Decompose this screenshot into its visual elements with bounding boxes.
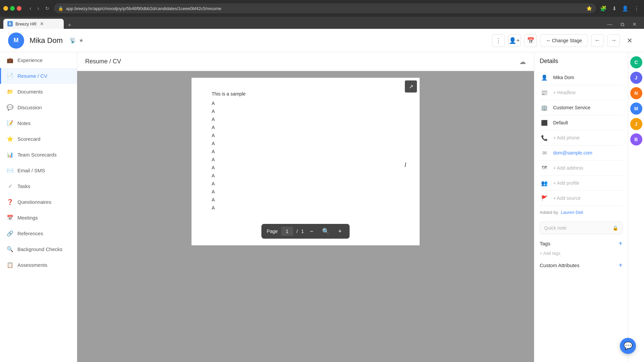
custom-attributes-title: Custom Attributes: [540, 262, 579, 268]
pdf-line-12: A: [212, 189, 399, 194]
pdf-line-10: A: [212, 173, 399, 178]
tags-section: Tags + + Add tags: [540, 240, 623, 256]
tab-close-button[interactable]: ✕: [39, 21, 45, 26]
detail-phone-row[interactable]: 📞 + Add phone: [540, 130, 623, 145]
experience-icon: 💼: [7, 57, 13, 63]
avatar-j2[interactable]: J: [630, 118, 642, 130]
content-title: Resume / CV: [85, 58, 121, 65]
sidebar-item-team-scorecards[interactable]: 📊 Team Scorecards: [0, 147, 77, 163]
rss-icon[interactable]: 📡: [69, 37, 76, 44]
more-options-button[interactable]: ⋮: [492, 34, 505, 47]
tags-add-button[interactable]: +: [619, 240, 623, 247]
close-window-button[interactable]: [17, 6, 21, 11]
detail-source-row[interactable]: 🚩 + Add source: [540, 191, 623, 206]
sidebar-item-notes[interactable]: 📝 Notes: [0, 115, 77, 131]
avatar-m2[interactable]: M: [630, 103, 642, 115]
upload-button[interactable]: ☁: [519, 58, 526, 66]
email-icon: ✉: [540, 148, 549, 158]
person-icon: 👤: [540, 73, 549, 82]
win-close[interactable]: ✕: [628, 20, 641, 29]
detail-email-row: ✉ dom@sample.com: [540, 145, 623, 161]
sidebar-item-meetings[interactable]: 📅 Meetings: [0, 210, 77, 226]
external-link-button[interactable]: ↗: [405, 80, 417, 93]
active-tab[interactable]: B Breezy HR ✕: [3, 19, 64, 29]
sidebar-item-documents[interactable]: 📁 Documents: [0, 84, 77, 100]
profile-button[interactable]: 👤: [621, 4, 630, 13]
pdf-line-3: A: [212, 117, 399, 122]
detail-phone[interactable]: + Add phone: [553, 135, 580, 140]
prev-candidate-button[interactable]: ←: [591, 34, 604, 47]
address-bar[interactable]: 🔒 app.breezy.hr/app/c/moodjoy/p/5b46f90d…: [54, 3, 596, 13]
sidebar-item-experience[interactable]: 💼 Experience: [0, 52, 77, 68]
win-restore[interactable]: ⧉: [616, 20, 628, 29]
quick-note[interactable]: Quick note 🔒: [540, 222, 623, 234]
pdf-wrapper: ↗ This is a sample A A A A A A A A A: [77, 78, 534, 245]
pdf-line-8: A: [212, 157, 399, 162]
next-candidate-button[interactable]: →: [607, 34, 620, 47]
pdf-sample-text: This is a sample: [212, 91, 399, 97]
added-by-value: Lauren Deli: [561, 210, 583, 215]
app: M Mika Dom 📡 ★ ⋮ 👤+ 📅 ↔ Change Stage ← →…: [0, 29, 644, 362]
sidebar-item-email-sms[interactable]: ✉️ Email / SMS: [0, 163, 77, 178]
custom-attributes-add-button[interactable]: +: [619, 261, 623, 269]
detail-company: Customer Service: [553, 105, 590, 110]
avatar-sidebar: C J N M J B: [628, 52, 644, 362]
avatar-j1[interactable]: J: [630, 72, 642, 84]
sidebar-item-assessments[interactable]: 📋 Assessments: [0, 257, 77, 273]
win-minimize[interactable]: —: [603, 20, 616, 29]
address-icon: 🗺: [540, 163, 549, 173]
close-candidate-button[interactable]: ✕: [623, 34, 636, 47]
sidebar-item-tasks[interactable]: ✓ Tasks: [0, 178, 77, 194]
detail-source[interactable]: + Add source: [553, 195, 581, 201]
detail-address[interactable]: + Add address: [553, 165, 583, 171]
menu-button[interactable]: ⋮: [633, 4, 641, 13]
detail-headline-row[interactable]: 📰 + Headline: [540, 85, 623, 100]
detail-email[interactable]: dom@sample.com: [553, 150, 592, 156]
forward-button[interactable]: ›: [35, 4, 41, 13]
notes-icon: 📝: [7, 120, 13, 126]
right-panel: Details 👤 Mika Dom 📰 + Headline 🏢 Custom…: [534, 52, 628, 362]
minimize-button[interactable]: [3, 6, 8, 11]
sidebar-item-discussion[interactable]: 💬 Discussion: [0, 100, 77, 115]
page-controls: Page / 1 − 🔍 +: [261, 224, 350, 239]
zoom-in-button[interactable]: +: [335, 227, 344, 236]
back-button[interactable]: ‹: [28, 4, 33, 13]
avatar-b[interactable]: B: [630, 133, 642, 145]
pdf-line-1: A: [212, 101, 399, 106]
discussion-icon: 💬: [7, 104, 13, 111]
sidebar-item-references[interactable]: 🔗 References: [0, 226, 77, 241]
sidebar-item-scorecard[interactable]: ⭐ Scorecard: [0, 131, 77, 147]
pdf-viewer[interactable]: ↗ This is a sample A A A A A A A A A: [77, 71, 534, 362]
pdf-line-7: A: [212, 149, 399, 154]
star-icon[interactable]: ★: [79, 37, 84, 44]
app-body: 💼 Experience 📄 Resume / CV 📁 Documents 💬…: [0, 52, 644, 362]
change-stage-button[interactable]: ↔ Change Stage: [540, 34, 588, 47]
calendar-button[interactable]: 📅: [524, 34, 537, 47]
sidebar-item-resume-cv[interactable]: 📄 Resume / CV: [0, 68, 77, 84]
extensions-button[interactable]: 🧩: [599, 4, 608, 13]
page-number-input[interactable]: [281, 227, 293, 236]
add-user-button[interactable]: 👤+: [508, 34, 521, 47]
refresh-button[interactable]: ↻: [43, 4, 51, 13]
chat-bubble-button[interactable]: 💬: [620, 338, 636, 354]
zoom-fit-button[interactable]: 🔍: [319, 226, 332, 236]
sidebar-label-references: References: [17, 231, 43, 236]
header-icons: 📡 ★: [69, 37, 84, 44]
detail-profile[interactable]: + Add profile: [553, 180, 579, 186]
detail-headline[interactable]: + Headline: [553, 90, 576, 95]
zoom-out-button[interactable]: −: [307, 227, 316, 236]
download-button[interactable]: ⬇: [611, 4, 618, 13]
documents-icon: 📁: [7, 88, 13, 95]
new-tab-button[interactable]: +: [65, 22, 74, 29]
sidebar-item-background-checks[interactable]: 🔍 Background Checks: [0, 241, 77, 257]
add-tag-text[interactable]: + Add tags: [540, 251, 560, 256]
sidebar-item-questionnaires[interactable]: ❓ Questionnaires: [0, 194, 77, 210]
app-header: M Mika Dom 📡 ★ ⋮ 👤+ 📅 ↔ Change Stage ← →…: [0, 29, 644, 52]
maximize-button[interactable]: [10, 6, 15, 11]
detail-profile-row[interactable]: 👥 + Add profile: [540, 176, 623, 191]
avatar-n[interactable]: N: [630, 87, 642, 99]
detail-address-row[interactable]: 🗺 + Add address: [540, 161, 623, 176]
detail-candidate-name: Mika Dom: [553, 75, 574, 80]
questionnaires-icon: ❓: [7, 199, 13, 205]
avatar-c[interactable]: C: [630, 56, 642, 68]
